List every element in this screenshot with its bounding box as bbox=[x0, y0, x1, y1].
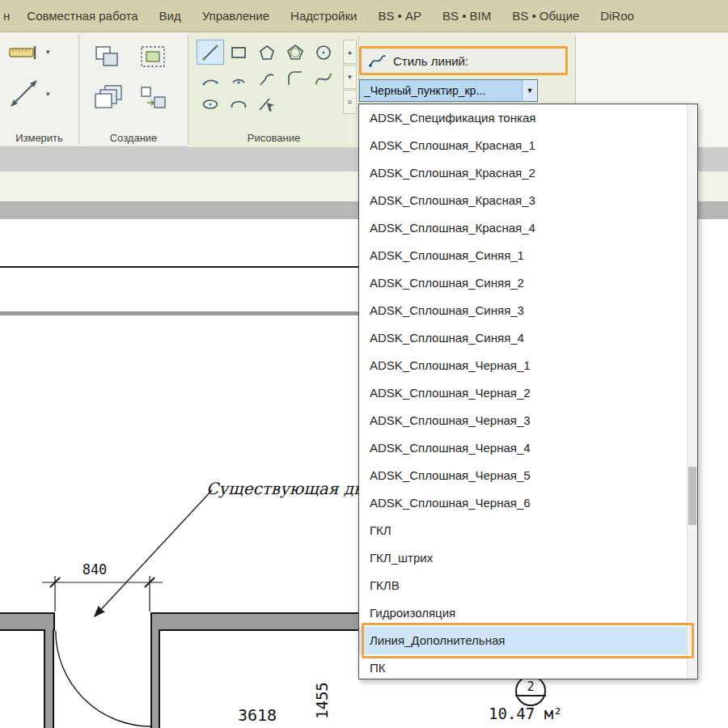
annotation-text: Существующая дв bbox=[206, 479, 362, 498]
create-component-button[interactable] bbox=[133, 39, 175, 76]
dropdown-option[interactable]: ADSK_Сплошная_Черная_2 bbox=[359, 379, 687, 407]
duplicate-icon bbox=[138, 83, 170, 112]
dimension-3618-text: 3618 bbox=[238, 705, 277, 725]
aligned-dimension-icon bbox=[6, 76, 42, 112]
dropdown-option[interactable]: ADSK_Спецификация тонкая bbox=[359, 104, 687, 132]
draw-tool-line[interactable] bbox=[197, 40, 224, 65]
dropdown-option[interactable]: ADSK_Сплошная_Черная_6 bbox=[359, 489, 687, 517]
draw-tool-arc-start-end-radius[interactable] bbox=[197, 66, 224, 91]
line-style-combobox[interactable]: _Черный_пунктир_кр... ▼ bbox=[359, 79, 538, 102]
dropdown-option[interactable]: Гидроизоляция bbox=[359, 599, 687, 627]
draw-tool-arc-tangent[interactable] bbox=[253, 66, 281, 91]
dropdown-options-container: ADSK_Спецификация тонкаяADSK_Сплошная_Кр… bbox=[359, 104, 687, 679]
room-tag-number: 2 bbox=[515, 679, 546, 694]
tab-4[interactable]: Управление bbox=[192, 0, 280, 32]
highlight-ring bbox=[362, 623, 694, 658]
gallery-scroll-up-button[interactable]: ▴ bbox=[343, 40, 357, 64]
tab-9[interactable]: DiRoo bbox=[590, 0, 645, 32]
panel-draw-label: Рисование bbox=[188, 132, 359, 144]
polygon-circumscribed-icon bbox=[286, 43, 305, 62]
dropdown-option[interactable]: ADSK_Сплошная_Красная_1 bbox=[359, 132, 687, 159]
draw-tool-spline[interactable] bbox=[310, 66, 337, 91]
dropdown-option[interactable]: ADSK_Сплошная_Красная_4 bbox=[359, 214, 687, 242]
gallery-scroll-down-button[interactable]: ▾ bbox=[343, 65, 357, 89]
dropdown-option[interactable]: ADSK_Сплошная_Черная_3 bbox=[359, 407, 687, 434]
circle-icon bbox=[314, 43, 333, 62]
draw-tool-partial-ellipse[interactable] bbox=[225, 91, 252, 116]
panel-create: Создание bbox=[79, 32, 188, 147]
measure-tape-button[interactable]: ▾ bbox=[6, 39, 50, 65]
tab-5[interactable]: Надстройки bbox=[280, 0, 367, 32]
scrollbar-thumb[interactable] bbox=[688, 467, 696, 525]
line-style-icon bbox=[368, 52, 387, 70]
ellipse-icon bbox=[201, 95, 220, 114]
tab-8[interactable]: BS • Общие bbox=[502, 0, 590, 32]
ribbon-tab-bar: нСовместная работаВидУправлениеНадстройк… bbox=[0, 0, 728, 32]
dropdown-option[interactable]: ГКЛ bbox=[359, 517, 687, 544]
tab-6[interactable]: BS • АР bbox=[367, 0, 432, 32]
rectangle-icon bbox=[229, 43, 248, 62]
chevron-down-icon: ▾ bbox=[46, 90, 50, 98]
chevron-down-icon: ▼ bbox=[527, 87, 534, 95]
dropdown-option[interactable]: ГКЛ_штрих bbox=[359, 544, 687, 572]
dropdown-option[interactable]: ADSK_Сплошная_Черная_4 bbox=[359, 434, 687, 462]
dropdown-option[interactable]: ADSK_Сплошная_Синяя_1 bbox=[359, 242, 687, 269]
combobox-selected-value[interactable]: _Черный_пунктир_кр... bbox=[360, 80, 522, 101]
draw-tool-circle[interactable] bbox=[310, 40, 337, 65]
door-swing-arc bbox=[55, 631, 151, 727]
create-group-button[interactable] bbox=[87, 39, 129, 76]
dropdown-option[interactable]: ADSK_Сплошная_Синяя_4 bbox=[359, 324, 687, 352]
measure-tape-icon bbox=[6, 39, 42, 65]
tab-strip: нСовместная работаВидУправлениеНадстройк… bbox=[0, 0, 645, 32]
dropdown-option[interactable]: Линия_Дополнительная bbox=[359, 627, 687, 654]
dropdown-option[interactable]: ADSK_Сплошная_Красная_3 bbox=[359, 187, 687, 214]
line-style-label-box: Стиль линий: bbox=[359, 46, 568, 75]
draw-tool-arc-center-ends[interactable] bbox=[225, 66, 252, 91]
draw-tool-pick-lines[interactable] bbox=[253, 91, 281, 116]
chevron-down-icon: ▾ bbox=[46, 48, 50, 56]
combobox-dropdown-button[interactable]: ▼ bbox=[522, 80, 537, 101]
room-tag-divider bbox=[515, 695, 546, 696]
draw-tool-polygon-circumscribed[interactable] bbox=[281, 40, 309, 65]
dropdown-option[interactable]: ADSK_Сплошная_Черная_1 bbox=[359, 352, 687, 379]
arc-center-ends-icon bbox=[229, 69, 248, 88]
draw-tool-polygon-inscribed[interactable] bbox=[253, 40, 281, 65]
dimension-1455-text: 1455 bbox=[313, 682, 331, 719]
create-views-button[interactable] bbox=[87, 79, 129, 116]
dropdown-option[interactable]: ADSK_Сплошная_Красная_2 bbox=[359, 159, 687, 187]
arc-fillet-icon bbox=[286, 69, 305, 88]
gallery-expand-button[interactable]: ≡ bbox=[343, 90, 357, 114]
draw-tool-rectangle[interactable] bbox=[225, 40, 252, 65]
draw-tool-arc-fillet[interactable] bbox=[281, 66, 309, 91]
tab-7[interactable]: BS • BIM bbox=[432, 0, 502, 32]
panel-measure: ▾ ▾ Измерить bbox=[0, 32, 78, 147]
line-style-dropdown-list: ADSK_Спецификация тонкаяADSK_Сплошная_Кр… bbox=[358, 104, 698, 679]
arc-start-end-radius-icon bbox=[201, 69, 220, 88]
group-icon bbox=[92, 43, 125, 72]
stacked-views-icon bbox=[91, 83, 125, 113]
create-duplicate-button[interactable] bbox=[133, 79, 175, 116]
draw-tool-ellipse[interactable] bbox=[197, 91, 224, 116]
measure-dimension-button[interactable]: ▾ bbox=[6, 76, 50, 112]
dropdown-scrollbar[interactable] bbox=[687, 104, 697, 679]
revit-window: Существующая дв 840 3618 1455 2 10.47 м²… bbox=[0, 0, 728, 728]
tab-2[interactable]: Совместная работа bbox=[16, 0, 148, 32]
plan-wall-vertical-left bbox=[44, 629, 54, 728]
pick-lines-icon bbox=[257, 95, 277, 114]
polygon-inscribed-icon bbox=[257, 43, 277, 62]
room-area-text: 10.47 м² bbox=[489, 705, 563, 722]
spline-icon bbox=[314, 69, 333, 88]
plan-wall-vertical-right bbox=[150, 629, 160, 728]
arc-tangent-icon bbox=[257, 69, 277, 88]
dropdown-option[interactable]: ADSK_Сплошная_Синяя_2 bbox=[359, 269, 687, 297]
line-icon bbox=[201, 43, 220, 62]
dropdown-option[interactable]: ADSK_Сплошная_Синяя_3 bbox=[359, 297, 687, 324]
dropdown-option[interactable]: ГКЛВ bbox=[359, 572, 687, 599]
tab-3[interactable]: Вид bbox=[149, 0, 192, 32]
dropdown-option[interactable]: ПК bbox=[359, 654, 687, 679]
tab-1[interactable]: н bbox=[0, 0, 16, 32]
panel-measure-label: Измерить bbox=[0, 132, 78, 144]
dropdown-option[interactable]: ADSK_Сплошная_Черная_5 bbox=[359, 462, 687, 489]
component-icon bbox=[138, 43, 170, 72]
dimension-840-text: 840 bbox=[70, 561, 120, 578]
